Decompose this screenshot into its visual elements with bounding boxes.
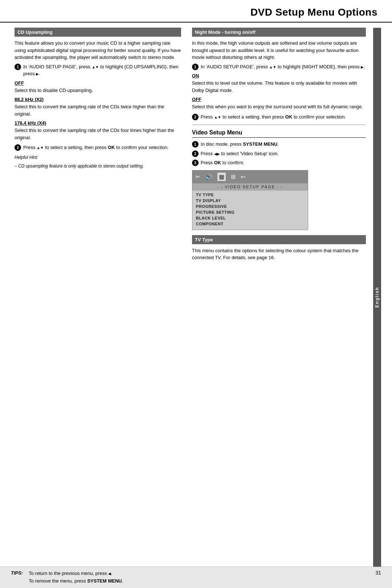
video-step3-circle: 3 (192, 160, 199, 166)
page-title: DVD Setup Menu Options (15, 7, 377, 18)
menu-item-progressive: PROGRESSIVE (196, 204, 304, 209)
helpful-hint-label: Helpful Hint: (15, 154, 181, 161)
tips-label: TIPS: (11, 570, 23, 576)
on-text: Select this to level out the volume. Thi… (192, 80, 366, 94)
tv-type-header: TV Type (192, 235, 366, 244)
menu-item-black-level: BLACK LEVEL (196, 215, 304, 221)
night-step2: 2 Press ▲▼ to select a setting, then pre… (192, 113, 366, 121)
dvd-menu-title: - - VIDEO SETUP PAGE - - (192, 183, 308, 190)
night-step2-text: Press ▲▼ to select a setting, then press… (201, 113, 366, 121)
divider (192, 125, 366, 125)
video-step3: 3 Press OK to confirm. (192, 159, 366, 166)
step2-circle: 2 (15, 144, 21, 151)
speaker-icon: 🔊 (205, 173, 212, 180)
footer-bar: TIPS: To return to the previous menu, pr… (0, 567, 392, 588)
left-column: CD Upsampling This feature allows you to… (4, 28, 188, 567)
night-step1: 1 In 'AUDIO SETUP PAGE', press ▲▼ to hig… (192, 63, 366, 71)
display-icon-selected: ▦ (217, 173, 226, 181)
cd-step2-text: Press ▲▼ to select a setting, then press… (23, 144, 181, 151)
tip1: To return to the previous menu, press ◀. (29, 570, 123, 577)
dvd-menu-icons-bar: ✂ 🔊 ▦ ⊞ ↩ (192, 170, 308, 183)
menu-item-component: COMPONENT (196, 221, 304, 227)
night-mode-header: Night Mode - turning on/off (192, 28, 366, 37)
title-bar: DVD Setup Menu Options (0, 0, 392, 23)
cd-upsampling-header: CD Upsampling (15, 28, 181, 37)
helpful-hint-text: – CD upsampling feature is only applicab… (15, 163, 181, 169)
english-tab: English (373, 28, 381, 567)
grid-icon: ⊞ (231, 173, 236, 180)
menu-item-picture-setting: PICTURE SETTING (196, 209, 304, 215)
wrench-icon: ✂ (195, 173, 200, 180)
video-step1-circle: 1 (192, 141, 199, 148)
cd-step2: 2 Press ▲▼ to select a setting, then pre… (15, 144, 181, 151)
tip2: To remove the menu, press SYSTEM MENU. (29, 577, 123, 585)
off-text-cd: Select this to disable CD-upsampling. (15, 87, 181, 94)
khz176-text: Select this to convert the sampling rate… (15, 127, 181, 141)
off-heading-night: OFF (192, 97, 366, 102)
cd-step1-text: In 'AUDIO SETUP PAGE', press ▲▼ to highl… (23, 63, 181, 77)
cd-step1: 1 In 'AUDIO SETUP PAGE', press ▲▼ to hig… (15, 63, 181, 77)
khz176-heading: 176.4 kHz (X4) (15, 120, 181, 126)
khz88-text: Select this to convert the sampling rate… (15, 103, 181, 117)
right-column: Night Mode - turning on/off In this mode… (188, 28, 373, 567)
page-wrapper: DVD Setup Menu Options CD Upsampling Thi… (0, 0, 392, 588)
video-step3-text: Press OK to confirm. (201, 159, 366, 166)
dvd-menu-items: TV TYPE TV DISPLAY PROGRESSIVE PICTURE S… (192, 190, 308, 230)
menu-item-tv-display: TV DISPLAY (196, 198, 304, 204)
video-step1-text: In disc mode, press SYSTEM MENU. (201, 141, 366, 148)
exit-icon: ↩ (241, 173, 245, 180)
night-mode-intro: In this mode, the high volume outputs ar… (192, 40, 366, 61)
night-step1-circle: 1 (192, 64, 199, 70)
video-step2: 2 Press ◀▶ to select 'Video Setup' icon. (192, 150, 366, 157)
video-step1: 1 In disc mode, press SYSTEM MENU. (192, 141, 366, 148)
video-setup-heading: Video Setup Menu (192, 129, 366, 138)
page-number: 31 (375, 570, 381, 576)
khz88-heading: 88.2 kHz (X2) (15, 97, 181, 102)
footer-tips-text: To return to the previous menu, press ◀.… (29, 570, 123, 585)
tv-type-text: This menu contains the options for selec… (192, 247, 366, 261)
video-step2-text: Press ◀▶ to select 'Video Setup' icon. (201, 150, 366, 157)
night-step1-text: In 'AUDIO SETUP PAGE', press ▲▼ to highl… (201, 63, 366, 71)
off-heading-cd: OFF (15, 80, 181, 86)
step1-circle: 1 (15, 64, 21, 70)
cd-upsampling-intro: This feature allows you to convert your … (15, 40, 181, 61)
main-content: CD Upsampling This feature allows you to… (0, 28, 392, 567)
off-text-night: Select this when you want to enjoy the s… (192, 103, 366, 110)
dvd-menu-mockup: ✂ 🔊 ▦ ⊞ ↩ - - VIDEO SETUP PAGE - - TV TY… (192, 170, 308, 230)
video-step2-circle: 2 (192, 150, 199, 157)
night-step2-circle: 2 (192, 114, 199, 120)
on-heading: ON (192, 73, 366, 78)
menu-item-tv-type: TV TYPE (196, 192, 304, 198)
